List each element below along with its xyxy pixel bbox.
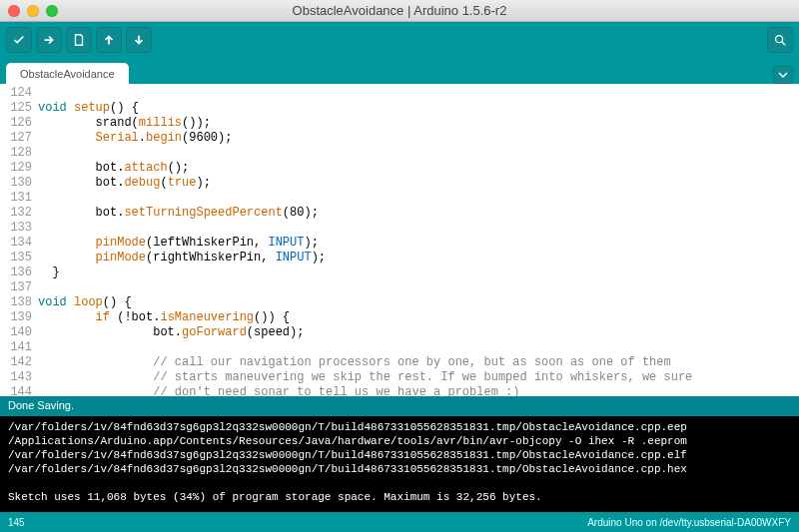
- status-text: Done Saving.: [8, 399, 74, 411]
- code-editor[interactable]: 1241251261271281291301311321331341351361…: [0, 84, 799, 396]
- tab-sketch[interactable]: ObstacleAvoidance: [6, 63, 129, 84]
- code-line[interactable]: [38, 191, 799, 206]
- arrow-right-icon: [42, 33, 56, 47]
- verify-button[interactable]: [6, 27, 32, 53]
- window-controls: [0, 5, 58, 17]
- window-titlebar: ObstacleAvoidance | Arduino 1.5.6-r2: [0, 0, 799, 22]
- status-bar: Done Saving.: [0, 396, 799, 416]
- tab-bar: ObstacleAvoidance: [0, 58, 799, 84]
- close-button[interactable]: [8, 5, 20, 17]
- code-line[interactable]: pinMode(leftWhiskerPin, INPUT);: [38, 236, 799, 251]
- zoom-button[interactable]: [46, 5, 58, 17]
- arrow-up-icon: [102, 33, 116, 47]
- window-title: ObstacleAvoidance | Arduino 1.5.6-r2: [0, 3, 799, 18]
- code-line[interactable]: [38, 221, 799, 236]
- code-line[interactable]: // starts maneuvering we skip the rest. …: [38, 370, 799, 385]
- code-line[interactable]: if (!bot.isManeuvering()) {: [38, 310, 799, 325]
- code-line[interactable]: bot.setTurningSpeedPercent(80);: [38, 206, 799, 221]
- code-line[interactable]: [38, 340, 799, 355]
- open-button[interactable]: [96, 27, 122, 53]
- tab-menu-button[interactable]: [773, 66, 793, 84]
- code-line[interactable]: // don't need sonar to tell us we have a…: [38, 385, 799, 396]
- arrow-down-icon: [132, 33, 146, 47]
- file-icon: [72, 33, 86, 47]
- code-line[interactable]: void loop() {: [38, 295, 799, 310]
- upload-button[interactable]: [36, 27, 62, 53]
- new-button[interactable]: [66, 27, 92, 53]
- line-gutter: 1241251261271281291301311321331341351361…: [0, 84, 38, 396]
- code-line[interactable]: pinMode(rightWhiskerPin, INPUT);: [38, 251, 799, 266]
- code-line[interactable]: void setup() {: [38, 101, 799, 116]
- check-icon: [12, 33, 26, 47]
- code-line[interactable]: [38, 146, 799, 161]
- code-line[interactable]: srand(millis());: [38, 116, 799, 131]
- code-line[interactable]: bot.goForward(speed);: [38, 325, 799, 340]
- code-line[interactable]: [38, 86, 799, 101]
- code-area[interactable]: void setup() { srand(millis()); Serial.b…: [38, 84, 799, 396]
- code-line[interactable]: Serial.begin(9600);: [38, 131, 799, 146]
- minimize-button[interactable]: [27, 5, 39, 17]
- chevron-down-icon: [778, 70, 788, 80]
- serial-monitor-button[interactable]: [767, 27, 793, 53]
- toolbar: [0, 22, 799, 58]
- cursor-line: 145: [8, 517, 25, 528]
- footer-bar: 145 Arduino Uno on /dev/tty.usbserial-DA…: [0, 512, 799, 532]
- code-line[interactable]: // call our navigation processors one by…: [38, 355, 799, 370]
- svg-point-0: [776, 36, 783, 43]
- board-info: Arduino Uno on /dev/tty.usbserial-DA00WX…: [587, 517, 791, 528]
- code-line[interactable]: [38, 280, 799, 295]
- code-line[interactable]: }: [38, 266, 799, 280]
- save-button[interactable]: [126, 27, 152, 53]
- console-output[interactable]: /var/folders/1v/84fnd63d37sg6gp3l2q332sw…: [0, 416, 799, 512]
- code-line[interactable]: bot.attach();: [38, 161, 799, 176]
- code-line[interactable]: bot.debug(true);: [38, 176, 799, 191]
- magnifier-icon: [773, 33, 787, 47]
